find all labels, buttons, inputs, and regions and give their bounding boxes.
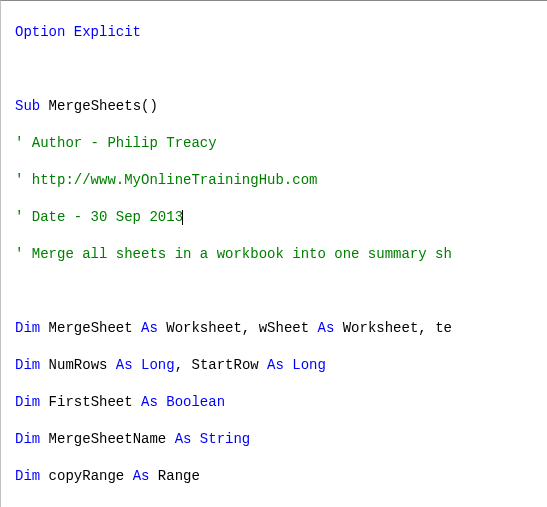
code-text: MergeSheet (40, 320, 141, 336)
code-keyword: As (267, 357, 284, 373)
code-type: Long (133, 357, 175, 373)
code-text: MergeSheets() (40, 98, 158, 114)
code-keyword: As (175, 431, 192, 447)
code-keyword: Dim (15, 320, 40, 336)
code-text: MergeSheetName (40, 431, 174, 447)
code-keyword: As (133, 468, 150, 484)
code-keyword: Dim (15, 431, 40, 447)
code-text: Worksheet, wSheet (158, 320, 318, 336)
code-text: , StartRow (175, 357, 267, 373)
code-text: NumRows (40, 357, 116, 373)
code-keyword: As (141, 394, 158, 410)
code-keyword: Dim (15, 357, 40, 373)
code-text: copyRange (40, 468, 132, 484)
code-keyword: Dim (15, 394, 40, 410)
code-keyword: As (116, 357, 133, 373)
code-text: Range (149, 468, 199, 484)
code-comment: ' Date - 30 Sep 2013 (15, 209, 183, 225)
code-type: String (191, 431, 250, 447)
code-comment: ' Merge all sheets in a workbook into on… (15, 246, 452, 262)
code-keyword: As (141, 320, 158, 336)
code-comment: ' Author - Philip Treacy (15, 135, 217, 151)
text-cursor (182, 210, 183, 225)
code-keyword: Sub (15, 98, 40, 114)
code-editor-pane[interactable]: Option Explicit Sub MergeSheets() ' Auth… (0, 0, 547, 507)
code-text: Worksheet, te (334, 320, 452, 336)
code-type: Boolean (158, 394, 225, 410)
code-keyword: Dim (15, 468, 40, 484)
code-type: Long (284, 357, 326, 373)
code-comment: ' http://www.MyOnlineTrainingHub.com (15, 172, 317, 188)
code-keyword: Option Explicit (15, 24, 141, 40)
code-keyword: As (318, 320, 335, 336)
code-text: FirstSheet (40, 394, 141, 410)
